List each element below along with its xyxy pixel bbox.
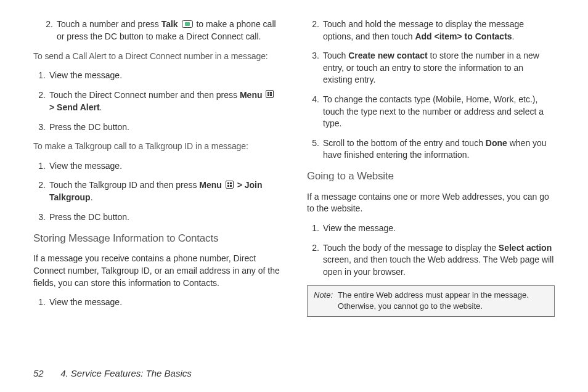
list-item: 5. Scroll to the bottom of the entry and…: [307, 137, 555, 161]
list-item: 1. View the message.: [33, 70, 281, 82]
list-number: 3.: [33, 121, 46, 134]
list-number: 1.: [33, 296, 46, 309]
list-text: Scroll to the bottom of the entry and to…: [323, 137, 555, 161]
page-footer: 52 4. Service Features: The Basics: [33, 367, 192, 380]
list-text: Touch the body of the message to display…: [323, 242, 555, 279]
list-item: 1. View the message.: [33, 160, 281, 173]
page-number: 52: [33, 367, 58, 380]
select-action-label: Select action: [499, 243, 552, 253]
list-text: Touch the Talkgroup ID and then press Me…: [49, 179, 281, 204]
svg-rect-4: [270, 92, 272, 94]
done-label: Done: [486, 138, 507, 148]
list-text: View the message.: [323, 223, 555, 235]
list-number: 2.: [33, 89, 46, 114]
list-text: Touch the Direct Connect number and then…: [49, 89, 281, 114]
svg-rect-5: [267, 94, 269, 96]
list-item: 3. Press the DC button.: [33, 211, 281, 224]
add-to-contacts-label: Add <item> to Contacts: [415, 31, 512, 41]
list-item: 3. Press the DC button.: [33, 121, 281, 134]
list-item: 2. Touch a number and press Talk to make…: [41, 18, 281, 43]
list-item: 1. View the message.: [307, 223, 555, 235]
list-text: Touch a number and press Talk to make a …: [57, 18, 281, 43]
left-column: 2. Touch a number and press Talk to make…: [33, 18, 281, 364]
svg-rect-2: [266, 91, 274, 98]
create-contact-label: Create new contact: [348, 51, 427, 60]
list-text: View the message.: [49, 160, 281, 173]
right-column: 2. Touch and hold the message to display…: [307, 18, 555, 364]
note-label: Note:: [314, 290, 333, 312]
svg-rect-1: [185, 22, 190, 26]
list-text: Press the DC button.: [49, 211, 281, 224]
svg-rect-11: [230, 185, 232, 187]
send-alert-label: Send Alert: [57, 102, 100, 112]
note-text: The entire Web address must appear in th…: [338, 290, 548, 312]
list-number: 2.: [33, 179, 46, 204]
lead-text: To send a Call Alert to a Direct Connect…: [33, 51, 281, 63]
list-number: 1.: [33, 70, 46, 82]
lead-text: To make a Talkgroup call to a Talkgroup …: [33, 141, 281, 153]
svg-rect-6: [270, 94, 272, 96]
list-item: 3. Touch Create new contact to store the…: [307, 50, 555, 86]
section-heading: Going to a Website: [307, 169, 555, 184]
list-number: 2.: [41, 18, 53, 43]
list-item: 2. Touch the body of the message to disp…: [307, 242, 555, 279]
chapter-title: 4. Service Features: The Basics: [60, 368, 192, 378]
page-content: 2. Touch a number and press Talk to make…: [0, 0, 588, 364]
list-number: 2.: [307, 18, 319, 43]
paragraph: If a message contains one or more Web ad…: [307, 191, 555, 215]
paragraph: If a message you receive contains a phon…: [33, 253, 281, 289]
list-text: Touch and hold the message to display th…: [323, 18, 555, 43]
list-item: 2. Touch and hold the message to display…: [307, 18, 555, 43]
list-item: 4. To change the contacts type (Mobile, …: [307, 94, 555, 130]
menu-key-icon: [266, 89, 274, 102]
list-number: 3.: [307, 50, 319, 86]
list-number: 3.: [33, 211, 46, 224]
svg-rect-9: [230, 182, 232, 184]
talk-key-icon: [182, 19, 193, 31]
list-text: To change the contacts type (Mobile, Hom…: [323, 94, 555, 130]
svg-rect-3: [267, 92, 269, 94]
section-heading: Storing Message Information to Contacts: [33, 231, 281, 246]
list-number: 1.: [307, 223, 319, 235]
list-item: 2. Touch the Direct Connect number and t…: [33, 89, 281, 114]
svg-rect-10: [227, 185, 229, 187]
svg-rect-8: [227, 182, 229, 184]
list-number: 1.: [33, 160, 46, 173]
list-item: 1. View the message.: [33, 296, 281, 309]
list-text: View the message.: [49, 296, 281, 309]
list-text: Touch Create new contact to store the nu…: [323, 50, 555, 86]
svg-rect-7: [226, 181, 233, 188]
list-number: 2.: [307, 242, 319, 279]
list-text: Press the DC button.: [49, 121, 281, 134]
list-text: View the message.: [49, 70, 281, 82]
menu-label: Menu: [199, 180, 222, 190]
menu-key-icon: [226, 180, 234, 192]
list-number: 4.: [307, 94, 319, 130]
note-box: Note: The entire Web address must appear…: [307, 285, 555, 316]
list-item: 2. Touch the Talkgroup ID and then press…: [33, 179, 281, 204]
talk-label: Talk: [161, 19, 178, 29]
list-number: 5.: [307, 137, 319, 161]
menu-label: Menu: [240, 90, 263, 100]
